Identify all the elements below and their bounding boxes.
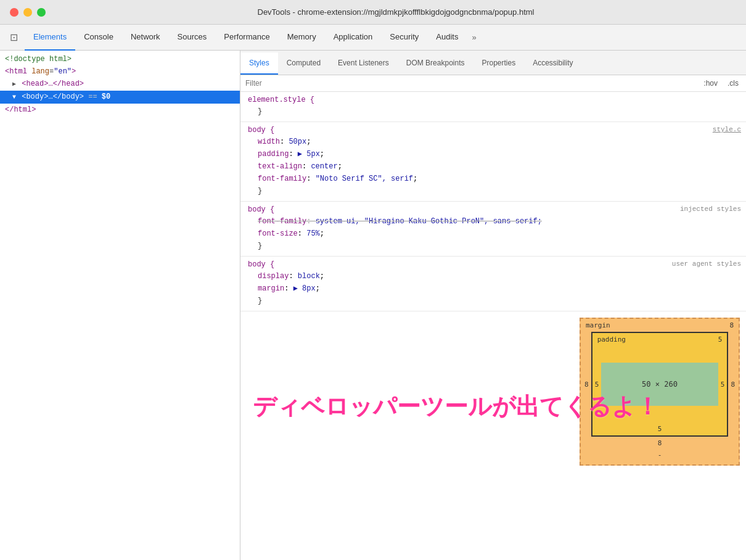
padding-left-val: 5 <box>595 381 599 389</box>
filter-bar: :hov .cls <box>240 75 746 92</box>
more-tabs-button[interactable]: » <box>467 33 481 42</box>
tab-console[interactable]: Console <box>75 25 122 51</box>
css-selector-element-style: element.style { <box>248 96 741 104</box>
tab-computed[interactable]: Computed <box>278 52 329 75</box>
equals-sign: == <box>88 93 102 101</box>
tab-dom-breakpoints[interactable]: DOM Breakpoints <box>398 52 473 75</box>
css-source-body-2: injected styles <box>680 205 741 213</box>
css-line-font-family-2: font-family: system-ui, "Hiragino Kaku G… <box>248 215 741 228</box>
lang-attr: lang <box>31 67 49 76</box>
tab-audits[interactable]: Audits <box>427 25 467 51</box>
css-line-font-family-1: font-family: "Noto Serif SC", serif; <box>248 173 741 185</box>
bm-padding-bottom: 5 <box>658 425 662 435</box>
css-line-text-align: text-align: center; <box>248 160 741 173</box>
margin-left-val: 8 <box>584 381 589 389</box>
tab-styles[interactable]: Styles <box>240 52 278 75</box>
css-line-font-size: font-size: 75%; <box>248 228 741 240</box>
margin-top-val: 8 <box>729 321 734 329</box>
hov-button[interactable]: :hov <box>701 78 720 89</box>
css-rule-body-1: body { style.c width: 50px; padding: ▶ 5… <box>240 122 746 202</box>
bm-padding-top-row: padding 5 <box>592 333 728 344</box>
css-rule-body-3: body { user agent styles display: block;… <box>240 257 746 311</box>
padding-bottom-val: 5 <box>658 425 662 433</box>
tab-performance[interactable]: Performance <box>215 25 278 51</box>
padding-label: padding <box>597 336 626 344</box>
doctype-text: <!doctype html> <box>5 55 72 64</box>
css-close-brace-1: } <box>248 185 741 197</box>
maximize-button[interactable] <box>37 8 46 17</box>
border-dash-val: - <box>658 451 662 459</box>
overlay-text: ディベロッパーツールが出てくるよ！ <box>253 391 659 422</box>
minimize-button[interactable] <box>23 8 32 17</box>
html-close-tag: </html> <box>5 105 36 114</box>
tab-event-listeners[interactable]: Event Listeners <box>329 52 398 75</box>
inspect-icon[interactable]: ⊡ <box>5 29 22 46</box>
head-tag: <head>…</head> <box>22 80 84 88</box>
css-source-body-3: user agent styles <box>672 260 741 268</box>
css-line-margin: margin: ▶ 8px; <box>248 282 741 295</box>
window-title: DevTools - chrome-extension://mgjldmkpjk… <box>55 7 736 17</box>
dom-line-html[interactable]: <html lang="en"> <box>0 65 240 78</box>
css-rule-body-2: body { injected styles font-family: syst… <box>240 202 746 257</box>
filter-actions: :hov .cls <box>701 78 741 89</box>
tab-security[interactable]: Security <box>381 25 427 51</box>
css-rule-element-style: element.style { } <box>240 92 746 122</box>
cls-button[interactable]: .cls <box>725 78 741 89</box>
tab-accessibility[interactable]: Accessibility <box>524 52 581 75</box>
top-tab-bar: ⊡ Elements Console Network Sources Perfo… <box>0 25 746 51</box>
tab-application[interactable]: Application <box>325 25 382 51</box>
tab-memory[interactable]: Memory <box>279 25 325 51</box>
dom-tree-panel[interactable]: <!doctype html> <html lang="en"> ▶ <head… <box>0 51 240 560</box>
filter-input[interactable] <box>245 79 701 88</box>
dom-line-html-close[interactable]: </html> <box>0 104 240 116</box>
body-tag: <body>…</body> <box>22 93 84 101</box>
margin-label: margin <box>586 321 610 329</box>
main-content: <!doctype html> <html lang="en"> ▶ <head… <box>0 51 746 560</box>
tab-elements[interactable]: Elements <box>25 25 75 51</box>
box-model-section: ディベロッパーツールが出てくるよ！ margin 8 <box>240 311 746 472</box>
sub-tab-bar: Styles Computed Event Listeners DOM Brea… <box>240 51 746 75</box>
css-close-brace: } <box>248 105 741 118</box>
bm-border-dash: - <box>581 451 739 459</box>
css-source-body-1[interactable]: style.c <box>713 126 741 133</box>
css-panel[interactable]: element.style { } body { style.c width: … <box>240 92 746 560</box>
padding-top-val: 5 <box>718 336 723 344</box>
css-selector-body-3: body { user agent styles <box>248 260 741 269</box>
css-selector-body-1: body { style.c <box>248 126 741 134</box>
css-line-width: width: 50px; <box>248 136 741 148</box>
padding-right-val: 5 <box>721 381 725 389</box>
css-line-padding: padding: ▶ 5px; <box>248 148 741 160</box>
lang-val: "en" <box>54 67 72 76</box>
dollar-zero: $0 <box>102 93 110 101</box>
html-tag: <html <box>5 67 27 76</box>
dom-line-body[interactable]: ▼ <body>…</body> == $0 <box>0 91 240 104</box>
dom-line-doctype[interactable]: <!doctype html> <box>0 53 240 65</box>
window-controls <box>10 8 46 17</box>
css-line-display: display: block; <box>248 270 741 282</box>
margin-bottom-val: 8 <box>658 439 662 447</box>
tab-properties[interactable]: Properties <box>473 52 524 75</box>
titlebar: DevTools - chrome-extension://mgjldmkpjk… <box>0 0 746 25</box>
body-triangle: ▼ <box>12 94 16 101</box>
tab-sources[interactable]: Sources <box>169 25 216 51</box>
css-selector-body-2: body { injected styles <box>248 205 741 214</box>
devtools-panel: ⊡ Elements Console Network Sources Perfo… <box>0 25 746 560</box>
close-button[interactable] <box>10 8 18 17</box>
right-panel: Styles Computed Event Listeners DOM Brea… <box>240 51 746 560</box>
css-close-brace-2: } <box>248 240 741 252</box>
dom-line-head[interactable]: ▶ <head>…</head> <box>0 78 240 91</box>
head-triangle: ▶ <box>12 81 16 88</box>
margin-right-val: 8 <box>731 381 735 389</box>
css-close-brace-3: } <box>248 295 741 307</box>
bm-margin-top-row: margin 8 <box>581 319 739 329</box>
content-size: 50 × 260 <box>642 380 678 389</box>
bm-margin-bottom-row: 8 <box>581 439 739 450</box>
tab-network[interactable]: Network <box>122 25 169 51</box>
